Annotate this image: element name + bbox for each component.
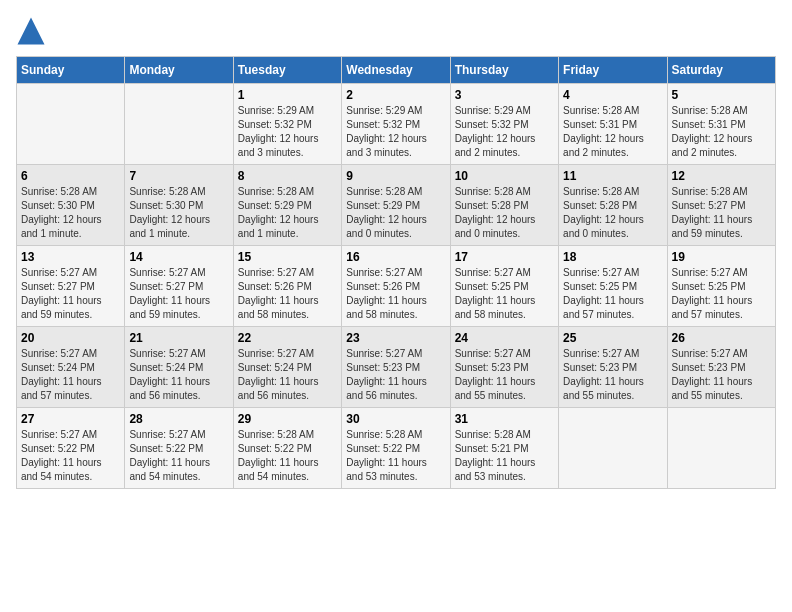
cell-content: Sunrise: 5:28 AM Sunset: 5:31 PM Dayligh… [672, 104, 771, 160]
cell-content: Sunrise: 5:27 AM Sunset: 5:27 PM Dayligh… [21, 266, 120, 322]
calendar-week-row: 6Sunrise: 5:28 AM Sunset: 5:30 PM Daylig… [17, 165, 776, 246]
cell-content: Sunrise: 5:27 AM Sunset: 5:24 PM Dayligh… [21, 347, 120, 403]
day-number: 8 [238, 169, 337, 183]
cell-content: Sunrise: 5:28 AM Sunset: 5:29 PM Dayligh… [346, 185, 445, 241]
calendar-cell: 4Sunrise: 5:28 AM Sunset: 5:31 PM Daylig… [559, 84, 667, 165]
weekday-header-thursday: Thursday [450, 57, 558, 84]
day-number: 26 [672, 331, 771, 345]
calendar-cell: 24Sunrise: 5:27 AM Sunset: 5:23 PM Dayli… [450, 327, 558, 408]
day-number: 16 [346, 250, 445, 264]
calendar-cell [17, 84, 125, 165]
calendar-cell: 20Sunrise: 5:27 AM Sunset: 5:24 PM Dayli… [17, 327, 125, 408]
day-number: 25 [563, 331, 662, 345]
cell-content: Sunrise: 5:27 AM Sunset: 5:24 PM Dayligh… [238, 347, 337, 403]
calendar-cell: 11Sunrise: 5:28 AM Sunset: 5:28 PM Dayli… [559, 165, 667, 246]
calendar-cell: 18Sunrise: 5:27 AM Sunset: 5:25 PM Dayli… [559, 246, 667, 327]
day-number: 27 [21, 412, 120, 426]
calendar-cell: 31Sunrise: 5:28 AM Sunset: 5:21 PM Dayli… [450, 408, 558, 489]
cell-content: Sunrise: 5:28 AM Sunset: 5:28 PM Dayligh… [563, 185, 662, 241]
weekday-header-monday: Monday [125, 57, 233, 84]
day-number: 4 [563, 88, 662, 102]
calendar-cell: 12Sunrise: 5:28 AM Sunset: 5:27 PM Dayli… [667, 165, 775, 246]
calendar-cell: 3Sunrise: 5:29 AM Sunset: 5:32 PM Daylig… [450, 84, 558, 165]
cell-content: Sunrise: 5:28 AM Sunset: 5:31 PM Dayligh… [563, 104, 662, 160]
cell-content: Sunrise: 5:28 AM Sunset: 5:30 PM Dayligh… [21, 185, 120, 241]
cell-content: Sunrise: 5:28 AM Sunset: 5:22 PM Dayligh… [346, 428, 445, 484]
calendar-week-row: 20Sunrise: 5:27 AM Sunset: 5:24 PM Dayli… [17, 327, 776, 408]
cell-content: Sunrise: 5:27 AM Sunset: 5:26 PM Dayligh… [346, 266, 445, 322]
day-number: 13 [21, 250, 120, 264]
weekday-header-saturday: Saturday [667, 57, 775, 84]
day-number: 28 [129, 412, 228, 426]
cell-content: Sunrise: 5:28 AM Sunset: 5:29 PM Dayligh… [238, 185, 337, 241]
cell-content: Sunrise: 5:27 AM Sunset: 5:22 PM Dayligh… [21, 428, 120, 484]
calendar-cell: 10Sunrise: 5:28 AM Sunset: 5:28 PM Dayli… [450, 165, 558, 246]
cell-content: Sunrise: 5:28 AM Sunset: 5:27 PM Dayligh… [672, 185, 771, 241]
cell-content: Sunrise: 5:27 AM Sunset: 5:23 PM Dayligh… [672, 347, 771, 403]
calendar-cell: 17Sunrise: 5:27 AM Sunset: 5:25 PM Dayli… [450, 246, 558, 327]
calendar-cell: 9Sunrise: 5:28 AM Sunset: 5:29 PM Daylig… [342, 165, 450, 246]
cell-content: Sunrise: 5:28 AM Sunset: 5:22 PM Dayligh… [238, 428, 337, 484]
day-number: 30 [346, 412, 445, 426]
calendar-cell: 28Sunrise: 5:27 AM Sunset: 5:22 PM Dayli… [125, 408, 233, 489]
cell-content: Sunrise: 5:29 AM Sunset: 5:32 PM Dayligh… [238, 104, 337, 160]
calendar-cell: 27Sunrise: 5:27 AM Sunset: 5:22 PM Dayli… [17, 408, 125, 489]
day-number: 29 [238, 412, 337, 426]
cell-content: Sunrise: 5:29 AM Sunset: 5:32 PM Dayligh… [455, 104, 554, 160]
cell-content: Sunrise: 5:27 AM Sunset: 5:27 PM Dayligh… [129, 266, 228, 322]
calendar-cell: 1Sunrise: 5:29 AM Sunset: 5:32 PM Daylig… [233, 84, 341, 165]
day-number: 22 [238, 331, 337, 345]
weekday-header-sunday: Sunday [17, 57, 125, 84]
cell-content: Sunrise: 5:27 AM Sunset: 5:23 PM Dayligh… [563, 347, 662, 403]
day-number: 23 [346, 331, 445, 345]
weekday-header-friday: Friday [559, 57, 667, 84]
cell-content: Sunrise: 5:27 AM Sunset: 5:24 PM Dayligh… [129, 347, 228, 403]
cell-content: Sunrise: 5:27 AM Sunset: 5:22 PM Dayligh… [129, 428, 228, 484]
cell-content: Sunrise: 5:28 AM Sunset: 5:30 PM Dayligh… [129, 185, 228, 241]
calendar-cell: 29Sunrise: 5:28 AM Sunset: 5:22 PM Dayli… [233, 408, 341, 489]
day-number: 10 [455, 169, 554, 183]
cell-content: Sunrise: 5:27 AM Sunset: 5:26 PM Dayligh… [238, 266, 337, 322]
day-number: 21 [129, 331, 228, 345]
cell-content: Sunrise: 5:28 AM Sunset: 5:28 PM Dayligh… [455, 185, 554, 241]
calendar-cell: 30Sunrise: 5:28 AM Sunset: 5:22 PM Dayli… [342, 408, 450, 489]
day-number: 19 [672, 250, 771, 264]
day-number: 9 [346, 169, 445, 183]
day-number: 14 [129, 250, 228, 264]
day-number: 2 [346, 88, 445, 102]
calendar-cell: 2Sunrise: 5:29 AM Sunset: 5:32 PM Daylig… [342, 84, 450, 165]
cell-content: Sunrise: 5:27 AM Sunset: 5:25 PM Dayligh… [672, 266, 771, 322]
day-number: 5 [672, 88, 771, 102]
calendar-week-row: 1Sunrise: 5:29 AM Sunset: 5:32 PM Daylig… [17, 84, 776, 165]
cell-content: Sunrise: 5:27 AM Sunset: 5:23 PM Dayligh… [455, 347, 554, 403]
day-number: 17 [455, 250, 554, 264]
day-number: 11 [563, 169, 662, 183]
cell-content: Sunrise: 5:29 AM Sunset: 5:32 PM Dayligh… [346, 104, 445, 160]
day-number: 24 [455, 331, 554, 345]
calendar-cell: 22Sunrise: 5:27 AM Sunset: 5:24 PM Dayli… [233, 327, 341, 408]
day-number: 31 [455, 412, 554, 426]
calendar-cell: 5Sunrise: 5:28 AM Sunset: 5:31 PM Daylig… [667, 84, 775, 165]
calendar-cell: 6Sunrise: 5:28 AM Sunset: 5:30 PM Daylig… [17, 165, 125, 246]
weekday-header-row: SundayMondayTuesdayWednesdayThursdayFrid… [17, 57, 776, 84]
day-number: 15 [238, 250, 337, 264]
calendar-cell: 21Sunrise: 5:27 AM Sunset: 5:24 PM Dayli… [125, 327, 233, 408]
cell-content: Sunrise: 5:27 AM Sunset: 5:25 PM Dayligh… [455, 266, 554, 322]
calendar-table: SundayMondayTuesdayWednesdayThursdayFrid… [16, 56, 776, 489]
calendar-cell: 16Sunrise: 5:27 AM Sunset: 5:26 PM Dayli… [342, 246, 450, 327]
calendar-cell: 15Sunrise: 5:27 AM Sunset: 5:26 PM Dayli… [233, 246, 341, 327]
calendar-cell: 14Sunrise: 5:27 AM Sunset: 5:27 PM Dayli… [125, 246, 233, 327]
cell-content: Sunrise: 5:28 AM Sunset: 5:21 PM Dayligh… [455, 428, 554, 484]
day-number: 7 [129, 169, 228, 183]
day-number: 1 [238, 88, 337, 102]
weekday-header-tuesday: Tuesday [233, 57, 341, 84]
page-header [16, 16, 776, 46]
calendar-cell [667, 408, 775, 489]
day-number: 6 [21, 169, 120, 183]
weekday-header-wednesday: Wednesday [342, 57, 450, 84]
logo [16, 16, 50, 46]
day-number: 3 [455, 88, 554, 102]
calendar-cell: 13Sunrise: 5:27 AM Sunset: 5:27 PM Dayli… [17, 246, 125, 327]
cell-content: Sunrise: 5:27 AM Sunset: 5:23 PM Dayligh… [346, 347, 445, 403]
calendar-cell: 7Sunrise: 5:28 AM Sunset: 5:30 PM Daylig… [125, 165, 233, 246]
